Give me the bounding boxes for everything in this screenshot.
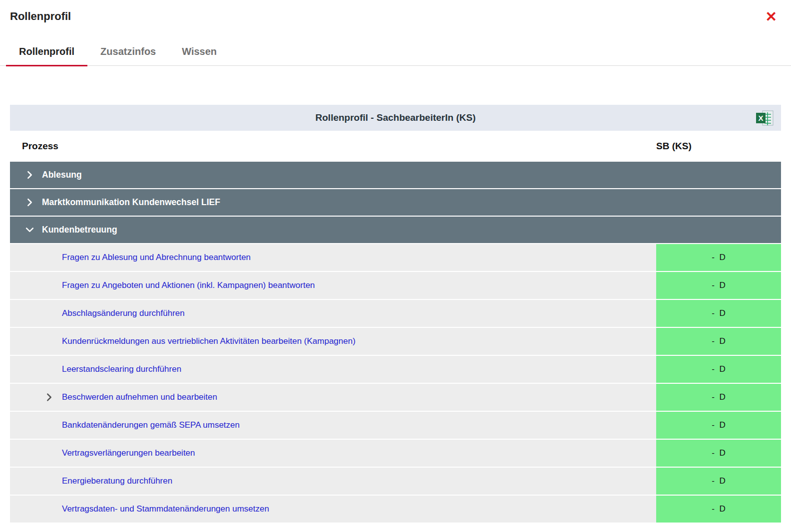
page-title: Rollenprofil [10, 10, 71, 23]
process-link[interactable]: Vertragsdaten- und Stammdatenänderungen … [62, 504, 269, 514]
tab-wissen[interactable]: Wissen [169, 39, 230, 66]
role-value-cell: - D [656, 356, 781, 383]
table-row: Fragen zu Angeboten und Aktionen (inkl. … [10, 272, 781, 300]
role-value-cell: - D [656, 272, 781, 299]
process-link[interactable]: Fragen zu Angeboten und Aktionen (inkl. … [62, 280, 315, 290]
role-value-cell: - D [656, 440, 781, 467]
process-cell: Fragen zu Angeboten und Aktionen (inkl. … [10, 272, 656, 299]
chevron-right-icon [25, 198, 34, 207]
table-title: Rollenprofil - SachbearbeiterIn (KS) [316, 112, 476, 123]
group-label: Marktkommunikation Kundenwechsel LIEF [42, 197, 220, 208]
chevron-right-icon[interactable] [45, 393, 53, 402]
process-link[interactable]: Beschwerden aufnehmen und bearbeiten [62, 392, 217, 402]
table-title-bar: Rollenprofil - SachbearbeiterIn (KS) X [10, 105, 781, 131]
column-header-process: Prozess [10, 141, 656, 152]
role-value-cell: - D [656, 384, 781, 411]
column-header-row: Prozess SB (KS) [10, 131, 781, 162]
table-row: Energieberatung durchführen- D [10, 468, 781, 496]
table-row: Vertragsdaten- und Stammdatenänderungen … [10, 496, 781, 523]
role-value-cell: - D [656, 328, 781, 355]
role-value-cell: - D [656, 300, 781, 327]
svg-text:X: X [758, 114, 763, 122]
role-value-cell: - D [656, 468, 781, 495]
excel-export-icon[interactable]: X [756, 110, 774, 126]
group-label: Ablesung [42, 170, 82, 180]
process-cell: Beschwerden aufnehmen und bearbeiten [10, 384, 656, 411]
close-icon[interactable]: ✕ [766, 10, 777, 24]
table-row: Leerstandsclearing durchführen- D [10, 356, 781, 384]
process-link[interactable]: Vertragsverlängerungen bearbeiten [62, 448, 195, 458]
process-link[interactable]: Energieberatung durchführen [62, 476, 172, 486]
table-row: Abschlagsänderung durchführen- D [10, 300, 781, 328]
process-cell: Bankdatenänderungen gemäß SEPA umsetzen [10, 412, 656, 439]
role-value-cell: - D [656, 412, 781, 439]
process-link[interactable]: Abschlagsänderung durchführen [62, 308, 185, 318]
column-header-role: SB (KS) [656, 141, 781, 152]
dialog-header: Rollenprofil ✕ [0, 0, 791, 24]
table-row: Vertragsverlängerungen bearbeiten- D [10, 440, 781, 468]
table-row: Beschwerden aufnehmen und bearbeiten- D [10, 384, 781, 412]
process-link[interactable]: Fragen zu Ablesung und Abrechnung beantw… [62, 253, 251, 263]
process-cell: Leerstandsclearing durchführen [10, 356, 656, 383]
tab-rollenprofil[interactable]: Rollenprofil [6, 39, 87, 66]
chevron-right-icon [25, 171, 34, 179]
process-cell: Energieberatung durchführen [10, 468, 656, 495]
process-cell: Vertragsverlängerungen bearbeiten [10, 440, 656, 467]
process-cell: Vertragsdaten- und Stammdatenänderungen … [10, 496, 656, 523]
role-value-cell: - D [656, 496, 781, 523]
tab-bar: RollenprofilZusatzinfosWissen [0, 39, 791, 66]
table-row: Fragen zu Ablesung und Abrechnung beantw… [10, 244, 781, 272]
roleprofile-table: Rollenprofil - SachbearbeiterIn (KS) X P… [10, 105, 781, 523]
process-link[interactable]: Kundenrückmeldungen aus vertrieblichen A… [62, 336, 356, 346]
chevron-down-icon [25, 226, 34, 234]
table-row: Bankdatenänderungen gemäß SEPA umsetzen-… [10, 412, 781, 440]
table-body: AblesungMarktkommunikation Kundenwechsel… [10, 162, 781, 523]
process-cell: Fragen zu Ablesung und Abrechnung beantw… [10, 244, 656, 271]
role-value-cell: - D [656, 244, 781, 271]
process-cell: Abschlagsänderung durchführen [10, 300, 656, 327]
group-row-ablesung[interactable]: Ablesung [10, 162, 781, 189]
tab-zusatzinfos[interactable]: Zusatzinfos [87, 39, 169, 66]
process-link[interactable]: Bankdatenänderungen gemäß SEPA umsetzen [62, 420, 240, 430]
process-link[interactable]: Leerstandsclearing durchführen [62, 364, 181, 374]
group-row-marktkommunikation-kundenwechsel-lief[interactable]: Marktkommunikation Kundenwechsel LIEF [10, 189, 781, 217]
process-cell: Kundenrückmeldungen aus vertrieblichen A… [10, 328, 656, 355]
group-row-kundenbetreuung[interactable]: Kundenbetreuung [10, 217, 781, 244]
table-row: Kundenrückmeldungen aus vertrieblichen A… [10, 328, 781, 356]
group-label: Kundenbetreuung [42, 225, 117, 235]
